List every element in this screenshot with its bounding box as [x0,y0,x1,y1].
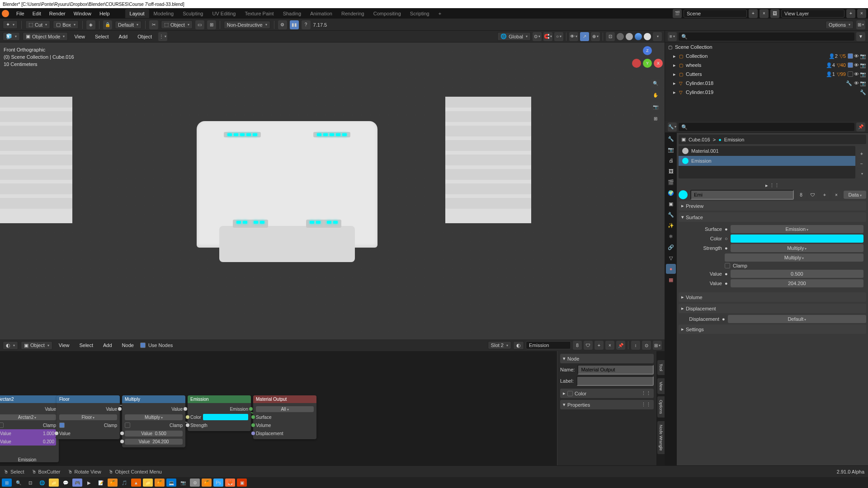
node-select[interactable]: Select [75,341,97,349]
navigation-gizmo[interactable]: Z Y X [634,46,661,73]
tab-add[interactable]: + [434,9,446,18]
vp-select[interactable]: Select [91,33,113,41]
editor-type-icon[interactable]: ⊞ [856,20,865,29]
app-icon[interactable]: ▶ [84,479,94,487]
outliner-search[interactable] [679,33,854,41]
vp-add[interactable]: Add [115,33,132,41]
app-icon[interactable]: 🍊 [108,479,118,487]
unlink-icon[interactable]: × [832,190,841,199]
tab-render-icon[interactable]: 📷 [666,145,676,155]
snap-icon[interactable]: 🧲 [543,32,552,41]
tab-material-icon[interactable]: ● [666,264,676,274]
node-label-input[interactable] [576,376,654,386]
filter-icon[interactable]: ▼ [856,32,865,41]
eye-icon[interactable]: 👁 [854,71,859,77]
vlc-icon[interactable]: ▲ [131,479,141,487]
mat-unlink-icon[interactable]: × [605,341,614,350]
node-arctan2[interactable]: Arctan2 Value Arctan2 Clamp Value1.000 V… [0,395,59,462]
collection-row[interactable]: ▸▢ wheels 👤4 ▽40 👁📷 [665,61,868,70]
axis-x-icon[interactable]: X [654,59,663,68]
visibility-icon[interactable]: 👁 [569,32,578,41]
exclude-check[interactable] [848,53,853,59]
proportional-icon[interactable]: ○ [554,32,563,41]
snap-node-icon[interactable]: ⊙ [642,341,651,350]
app-icon[interactable]: 💻 [166,479,176,487]
mat-users[interactable]: 8 [797,190,806,199]
gizmo-toggle-icon[interactable]: ↗ [580,32,589,41]
tab-modeling[interactable]: Modeling [149,9,179,18]
color-swatch[interactable] [203,414,248,420]
panel-settings[interactable]: ▸ Settings [679,324,866,334]
viewport-3d[interactable]: Front Orthographic (0) Scene Collection … [0,42,665,339]
emission-color-swatch[interactable] [731,235,863,243]
eye-icon[interactable]: 👁 [854,62,859,68]
axis-x-neg-icon[interactable] [632,59,641,68]
vp-object[interactable]: Object [134,33,156,41]
camera-icon[interactable]: 📷 [651,102,660,111]
menu-render[interactable]: Render [46,9,69,18]
shape-drop[interactable]: ▢ Box [53,20,79,29]
tab-texture-icon[interactable]: ▦ [666,275,676,285]
app-icon[interactable]: 🎵 [119,479,129,487]
shading-material-icon[interactable] [635,33,642,40]
destructive-drop[interactable]: Non-Destructive [224,21,270,29]
scene-collection-row[interactable]: ▢ Scene Collection [665,42,868,52]
orientation-drop[interactable]: 🌐 Global [497,32,531,41]
gear-icon[interactable]: ⚙ [278,20,287,29]
object-row[interactable]: ▸▽ Cylinder.018 🔧 👁📷 [665,79,868,88]
slot-menu-icon[interactable] [857,169,866,178]
tab-animation[interactable]: Animation [306,9,337,18]
options-drop[interactable]: Options [826,21,854,29]
link-icon[interactable]: ● [725,281,728,286]
app-icon[interactable]: 💬 [61,479,71,487]
preset-drop[interactable]: Default [115,21,142,29]
mat-fake-icon[interactable]: 🛡 [584,341,593,350]
camera-icon[interactable]: 📷 [860,71,866,77]
shading-rendered-icon[interactable] [644,33,651,40]
scene-delete-icon[interactable]: × [760,9,769,18]
shading-wireframe-icon[interactable] [617,33,624,40]
material-slot[interactable]: Material.001 [679,146,855,156]
viewlayer-delete-icon[interactable]: × [857,9,866,18]
scene-browse-icon[interactable]: 🎬 [673,9,682,18]
backdrop-icon[interactable]: ↕ [631,341,640,350]
pause-icon[interactable]: ▮▮ [290,20,299,29]
collection-row[interactable]: ▸▢ Cutters 👤1 ▽99 👁📷 [665,70,868,79]
clamp-check[interactable] [125,422,130,428]
tab-nodewrangle[interactable]: Node Wrangle [657,421,665,454]
tab-object-icon[interactable]: ▣ [666,199,676,209]
clamp-check[interactable] [0,422,4,428]
node-name-input[interactable] [577,365,654,375]
node-multiply[interactable]: Multiply Value Multiply Clamp Value 0.50… [122,395,185,447]
app-icon[interactable]: 📝 [96,479,106,487]
grid-icon[interactable]: ⊞ [207,20,216,29]
menu-file[interactable]: File [13,9,28,18]
mat-pin-icon[interactable]: 📌 [616,341,625,350]
chrome-icon[interactable]: 🌐 [37,479,47,487]
panel-surface[interactable]: ▾ Surface [679,212,866,222]
perspective-icon[interactable]: ⊞ [651,114,660,123]
xray-icon[interactable]: ⊡ [606,32,615,41]
pivot-icon[interactable]: ⊙ [533,32,542,41]
collection-icon[interactable]: ▭ [195,20,204,29]
node-material-output[interactable]: Material Output All Surface Volume Displ… [253,395,316,439]
node-add[interactable]: Add [99,341,116,349]
tab-modifier-icon[interactable]: 🔧 [666,210,676,220]
blender-logo-icon[interactable] [2,10,9,17]
tab-physics-icon[interactable]: ⚛ [666,231,676,241]
link-icon[interactable]: ● [725,226,728,232]
axis-z-icon[interactable]: Z [643,46,652,55]
modifier-icon[interactable]: 🔧 [846,80,852,86]
zoom-icon[interactable]: 🔍 [651,79,660,88]
use-nodes-check[interactable] [140,343,146,348]
app-icon[interactable]: ⚙ [190,479,200,487]
tab-particle-icon[interactable]: ✨ [666,221,676,230]
ps-icon[interactable]: Ps [213,479,223,487]
prop-pin-icon[interactable]: 📌 [856,122,865,131]
node-floor[interactable]: Floor Value Floor Clamp Value [57,395,120,439]
app-icon[interactable]: ▣ [237,479,247,487]
node-canvas[interactable]: Arctan2 Value Arctan2 Clamp Value1.000 V… [0,351,665,465]
mat-name-field[interactable] [690,190,794,200]
outliner-mode-icon[interactable]: ≡ [668,32,677,41]
tab-scripting[interactable]: Scripting [406,9,434,18]
